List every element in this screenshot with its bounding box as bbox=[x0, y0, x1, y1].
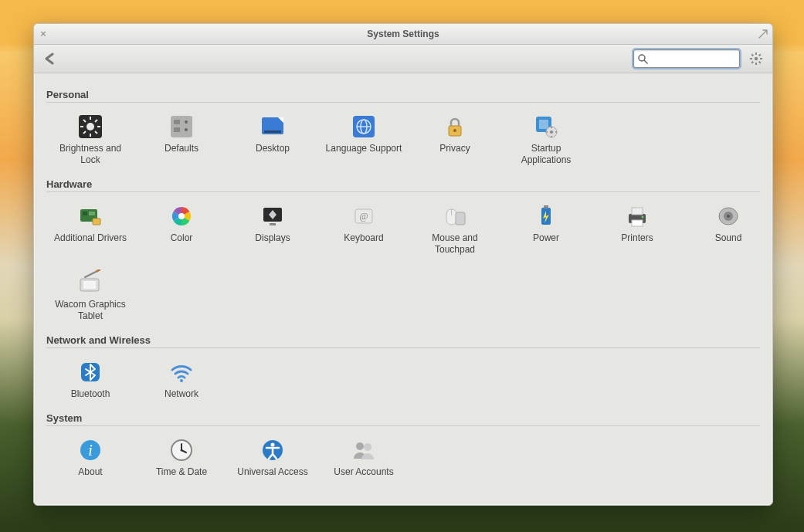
section-title-personal: Personal bbox=[46, 89, 760, 100]
item-label: Desktop bbox=[256, 143, 290, 154]
language-icon bbox=[351, 114, 377, 140]
item-about[interactable]: i About bbox=[46, 432, 134, 483]
svg-line-10 bbox=[759, 54, 761, 56]
tablet-icon bbox=[77, 269, 103, 296]
section-system: i About Time & Date Universal Access bbox=[46, 432, 760, 483]
system-settings-window: × System Settings Personal bbox=[33, 23, 773, 506]
item-additional-drivers[interactable]: Additional Drivers bbox=[46, 198, 134, 260]
svg-rect-22 bbox=[174, 120, 180, 124]
users-icon bbox=[351, 437, 377, 463]
item-label: Time & Date bbox=[156, 466, 207, 478]
svg-rect-54 bbox=[456, 212, 465, 225]
keyboard-icon: @ bbox=[351, 203, 377, 229]
svg-rect-36 bbox=[539, 120, 548, 129]
item-label: Mouse and Touchpad bbox=[416, 232, 494, 256]
svg-rect-46 bbox=[93, 219, 100, 225]
drivers-icon bbox=[77, 203, 103, 229]
svg-rect-56 bbox=[544, 205, 548, 208]
item-label: Printers bbox=[621, 232, 653, 244]
svg-point-2 bbox=[755, 57, 758, 60]
section-hardware: Additional Drivers Color Displays @ Keyb… bbox=[46, 198, 760, 327]
item-label: Privacy bbox=[439, 143, 470, 154]
item-privacy[interactable]: Privacy bbox=[411, 109, 499, 171]
svg-point-74 bbox=[181, 449, 183, 452]
svg-rect-23 bbox=[174, 127, 180, 132]
desktop-icon bbox=[260, 114, 286, 140]
item-time-and-date[interactable]: Time & Date bbox=[137, 432, 226, 483]
item-label: Displays bbox=[255, 232, 290, 244]
item-startup-applications[interactable]: Startup Applications bbox=[502, 109, 590, 171]
search-input[interactable] bbox=[651, 53, 736, 65]
section-title-system: System bbox=[46, 412, 760, 424]
svg-line-8 bbox=[759, 62, 761, 63]
svg-point-78 bbox=[364, 443, 371, 451]
item-printers[interactable]: Printers bbox=[593, 198, 681, 260]
svg-rect-45 bbox=[89, 212, 95, 215]
search-field[interactable] bbox=[633, 49, 740, 68]
accessibility-icon bbox=[260, 437, 286, 463]
svg-rect-59 bbox=[632, 208, 643, 215]
item-language-support[interactable]: Language Support bbox=[320, 109, 408, 171]
svg-point-64 bbox=[727, 215, 730, 218]
item-network[interactable]: Network bbox=[137, 354, 226, 405]
svg-rect-66 bbox=[83, 281, 96, 289]
search-icon bbox=[637, 53, 648, 64]
item-displays[interactable]: Displays bbox=[229, 198, 317, 260]
item-wacom-graphics-tablet[interactable]: Wacom Graphics Tablet bbox=[46, 265, 134, 327]
mouse-icon bbox=[442, 203, 468, 229]
svg-point-61 bbox=[642, 216, 644, 219]
settings-menu-button[interactable] bbox=[746, 49, 766, 69]
item-label: Wacom Graphics Tablet bbox=[52, 299, 129, 322]
maximize-button[interactable] bbox=[758, 29, 768, 39]
item-label: Sound bbox=[715, 232, 742, 244]
svg-point-25 bbox=[185, 128, 188, 131]
brightness-icon bbox=[77, 114, 103, 140]
clock-icon bbox=[168, 437, 195, 463]
item-power[interactable]: Power bbox=[502, 198, 590, 260]
svg-text:@: @ bbox=[359, 211, 368, 222]
item-user-accounts[interactable]: User Accounts bbox=[320, 432, 408, 483]
printer-icon bbox=[624, 203, 650, 229]
item-color[interactable]: Color bbox=[137, 198, 226, 260]
back-button[interactable] bbox=[40, 49, 62, 68]
displays-icon bbox=[260, 203, 286, 229]
item-keyboard[interactable]: @ Keyboard bbox=[320, 198, 408, 260]
item-brightness-and-lock[interactable]: Brightness and Lock bbox=[46, 109, 134, 171]
item-label: Universal Access bbox=[237, 466, 307, 478]
item-desktop[interactable]: Desktop bbox=[229, 109, 317, 171]
item-label: Additional Drivers bbox=[54, 232, 127, 244]
power-icon bbox=[533, 203, 559, 229]
svg-point-24 bbox=[185, 120, 188, 124]
item-defaults[interactable]: Defaults bbox=[137, 109, 226, 171]
svg-point-34 bbox=[453, 129, 456, 132]
svg-point-47 bbox=[178, 213, 185, 219]
item-label: Bluetooth bbox=[71, 388, 110, 400]
svg-rect-60 bbox=[632, 220, 643, 226]
defaults-icon bbox=[168, 114, 195, 140]
svg-point-38 bbox=[550, 130, 553, 134]
item-sound[interactable]: Sound bbox=[684, 198, 772, 260]
svg-text:i: i bbox=[88, 442, 93, 459]
item-universal-access[interactable]: Universal Access bbox=[229, 432, 317, 483]
wifi-icon bbox=[168, 359, 195, 385]
svg-rect-21 bbox=[171, 116, 192, 137]
svg-point-12 bbox=[87, 123, 94, 130]
section-title-network: Network and Wireless bbox=[46, 334, 760, 346]
item-label: Color bbox=[171, 232, 193, 244]
info-icon: i bbox=[77, 437, 103, 463]
window-title: System Settings bbox=[34, 29, 772, 39]
item-label: User Accounts bbox=[334, 466, 393, 478]
svg-point-77 bbox=[356, 442, 364, 450]
svg-point-76 bbox=[271, 443, 275, 447]
toolbar bbox=[34, 45, 772, 73]
section-personal: Brightness and Lock Defaults Desktop Lan… bbox=[46, 109, 760, 171]
content-area: Personal Brightness and Lock Defaults De… bbox=[34, 73, 772, 505]
item-bluetooth[interactable]: Bluetooth bbox=[46, 354, 134, 405]
item-label: Startup Applications bbox=[507, 143, 585, 166]
section-title-hardware: Hardware bbox=[46, 178, 760, 190]
item-label: Brightness and Lock bbox=[52, 143, 129, 166]
svg-line-7 bbox=[751, 54, 753, 56]
svg-line-9 bbox=[751, 62, 753, 63]
section-network: Bluetooth Network bbox=[46, 354, 760, 405]
item-mouse-and-touchpad[interactable]: Mouse and Touchpad bbox=[411, 198, 499, 260]
